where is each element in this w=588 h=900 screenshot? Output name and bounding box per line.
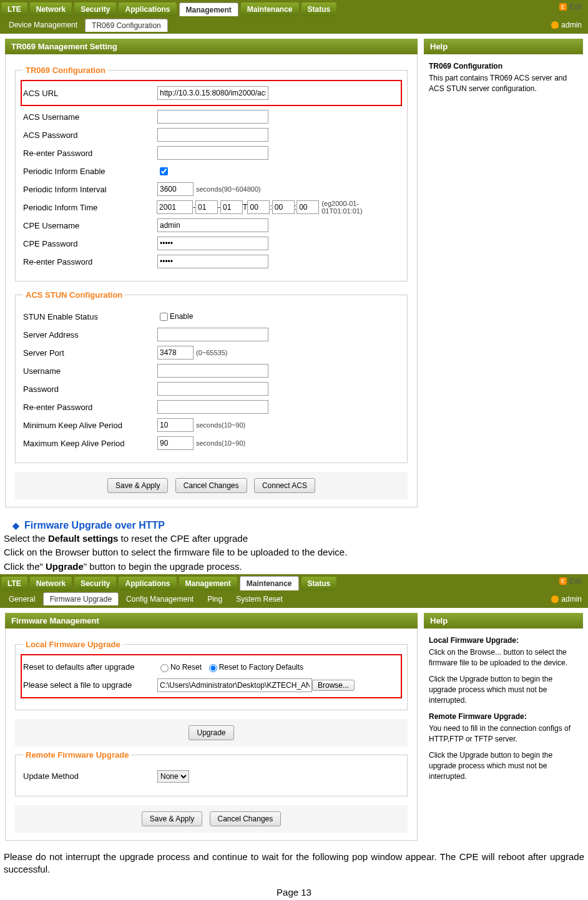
- help-h1: Local Firmware Upgrade:: [429, 636, 578, 645]
- upgrade-highlight: Reset to defaults after upgrade No Reset…: [21, 654, 402, 698]
- subtab-config[interactable]: Config Management: [120, 593, 200, 605]
- server-addr-label: Server Address: [23, 330, 157, 340]
- min-keepalive-label: Minimum Keep Alive Period: [23, 421, 157, 430]
- stun-enable-checkbox[interactable]: [160, 313, 168, 321]
- factory-radio[interactable]: [209, 664, 217, 672]
- stun-pass-input[interactable]: [157, 382, 268, 396]
- tab-management[interactable]: Management: [179, 2, 238, 17]
- user-icon: [551, 21, 559, 29]
- tab-security-2[interactable]: Security: [74, 577, 116, 590]
- pt-day[interactable]: [220, 200, 243, 214]
- panel-title-2: Firmware Management: [5, 613, 418, 629]
- stun-repass-input[interactable]: [157, 400, 268, 414]
- tab-maintenance-2[interactable]: Maintenance: [240, 576, 299, 590]
- user-label-2: admin: [551, 595, 582, 604]
- subtab-device-management[interactable]: Device Management: [2, 19, 84, 31]
- diamond-icon: ◆: [12, 521, 19, 531]
- save-button[interactable]: Save & Apply: [107, 478, 168, 493]
- panel-title: TR069 Management Setting: [5, 39, 418, 54]
- tab-lte-2[interactable]: LTE: [1, 577, 27, 590]
- subtab-general[interactable]: General: [2, 593, 42, 605]
- user-icon-2: [551, 595, 559, 603]
- legend-tr069: TR069 Configuration: [23, 66, 108, 75]
- subtab-ping[interactable]: Ping: [201, 593, 228, 605]
- tab-status-2[interactable]: Status: [301, 577, 337, 590]
- exit-link-2[interactable]: EExit: [559, 577, 582, 585]
- subtab-tr069[interactable]: TR069 Configuration: [85, 19, 168, 32]
- tab-applications[interactable]: Applications: [119, 2, 176, 16]
- factory-label: Reset to Factory Defaults: [219, 663, 303, 672]
- stun-enable-text: Enable: [170, 312, 193, 321]
- periodic-interval-input[interactable]: [157, 182, 194, 196]
- stun-pass-label: Password: [23, 384, 157, 394]
- doc-p2: Click on the Browser button to select th…: [4, 546, 588, 559]
- main-panel-2: Firmware Management Local Firmware Upgra…: [5, 613, 418, 841]
- help-p3: You need to fill in the connection confi…: [429, 723, 578, 745]
- periodic-enable-label: Periodic Inform Enable: [23, 167, 157, 176]
- tab-management-2[interactable]: Management: [179, 577, 237, 590]
- doc-section-heading: ◆Firmware Upgrade over HTTP: [12, 520, 588, 531]
- cancel-button-2[interactable]: Cancel Changes: [210, 811, 282, 826]
- legend-local: Local Firmware Upgrade: [23, 640, 123, 649]
- acs-password-input[interactable]: [157, 128, 268, 142]
- exit-icon: E: [559, 3, 567, 11]
- main-panel: TR069 Management Setting TR069 Configura…: [5, 39, 418, 507]
- subtab-reset[interactable]: System Reset: [230, 593, 289, 605]
- server-addr-input[interactable]: [157, 328, 268, 341]
- legend-stun: ACS STUN Configuration: [23, 290, 125, 300]
- acs-url-input[interactable]: [157, 86, 268, 100]
- browse-button[interactable]: Browse...: [312, 680, 355, 691]
- server-port-input[interactable]: [157, 346, 194, 360]
- stun-enable-label: STUN Enable Status: [23, 312, 157, 321]
- pt-sec[interactable]: [296, 200, 319, 214]
- max-keepalive-label: Maximum Keep Alive Period: [23, 439, 157, 448]
- periodic-enable-checkbox[interactable]: [160, 167, 168, 175]
- min-keepalive-input[interactable]: [157, 418, 194, 432]
- upgrade-button[interactable]: Upgrade: [189, 725, 233, 740]
- periodic-time-label: Periodic Inform Time: [23, 203, 157, 212]
- pt-min[interactable]: [272, 200, 295, 214]
- pt-year[interactable]: [157, 200, 193, 214]
- tab-network-2[interactable]: Network: [30, 577, 72, 590]
- doc-p1: Select the Default settings to reset the…: [4, 532, 588, 545]
- tab-lte[interactable]: LTE: [1, 2, 27, 16]
- cancel-button[interactable]: Cancel Changes: [175, 478, 247, 493]
- connect-acs-button[interactable]: Connect ACS: [254, 478, 315, 493]
- max-keepalive-input[interactable]: [157, 436, 194, 450]
- pt-hint: (eg2000-01-01T01:01:01): [321, 200, 399, 215]
- save-button-2[interactable]: Save & Apply: [142, 811, 202, 826]
- acs-username-input[interactable]: [157, 110, 268, 124]
- tab-security[interactable]: Security: [74, 2, 116, 16]
- cpe-repass-input[interactable]: [157, 255, 268, 268]
- method-select[interactable]: None: [157, 770, 189, 783]
- tab-status[interactable]: Status: [301, 2, 337, 16]
- method-label: Update Method: [23, 771, 157, 781]
- exit-link[interactable]: EExit: [559, 2, 582, 11]
- pt-month[interactable]: [195, 200, 218, 214]
- cpe-username-input[interactable]: [157, 218, 268, 232]
- acs-url-label: ACS URL: [23, 89, 157, 98]
- tab-applications-2[interactable]: Applications: [119, 577, 176, 590]
- screenshot-firmware: LTE Network Security Applications Manage…: [0, 574, 588, 846]
- acs-repass-input[interactable]: [157, 146, 268, 160]
- file-input[interactable]: [157, 678, 312, 692]
- server-port-label: Server Port: [23, 348, 157, 358]
- max-keepalive-hint: seconds(10~90): [196, 439, 245, 447]
- top-tabs: LTE Network Security Applications Manage…: [0, 0, 588, 16]
- doc-p3: Click the" Upgrade" button to begin the …: [4, 560, 588, 573]
- cpe-password-input[interactable]: [157, 237, 268, 250]
- subtab-firmware[interactable]: Firmware Upgrade: [43, 592, 119, 605]
- no-reset-radio[interactable]: [160, 664, 169, 672]
- stun-user-label: Username: [23, 366, 157, 376]
- tab-maintenance[interactable]: Maintenance: [241, 2, 299, 16]
- stun-user-input[interactable]: [157, 364, 268, 378]
- no-reset-label: No Reset: [170, 663, 202, 672]
- legend-remote: Remote Firmware Upgrade: [23, 750, 131, 760]
- stun-repass-label: Re-enter Password: [23, 403, 157, 412]
- periodic-interval-hint: seconds(90~604800): [196, 185, 261, 193]
- acs-username-label: ACS Username: [23, 112, 157, 122]
- button-bar: Save & Apply Cancel Changes Connect ACS: [15, 472, 408, 499]
- pt-hour[interactable]: [247, 200, 270, 214]
- tab-network[interactable]: Network: [30, 2, 72, 16]
- screenshot-tr069: LTE Network Security Applications Manage…: [0, 0, 588, 512]
